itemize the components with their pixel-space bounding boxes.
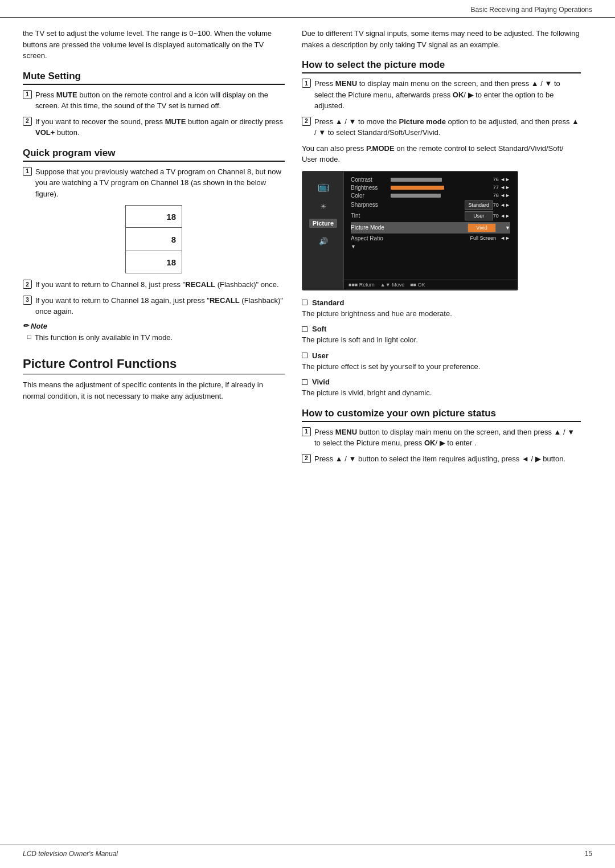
tv-bar-contrast: [391, 178, 493, 182]
left-column: the TV set to adjust the volume level. T…: [23, 28, 285, 469]
customize-step-1: 1 Press MENU button to display main menu…: [302, 427, 581, 449]
select-step1-text: Press MENU to display main menu on the s…: [314, 78, 581, 112]
tv-dropdown-vivid: Vivid: [468, 223, 496, 232]
tv-row-aspect: Aspect Ratio Full Screen ◄►: [351, 235, 510, 241]
channel-figure: 18 8 18: [120, 205, 188, 273]
tv-sidebar-label: Picture: [309, 219, 337, 228]
customize-step-num-2: 2: [302, 454, 311, 463]
tv-bar-fill-color: [391, 194, 441, 198]
tv-sidebar: 📺 ☀ Picture 🔊: [303, 172, 344, 289]
customize-step2-text: Press ▲ / ▼ button to select the item re…: [314, 453, 581, 465]
quick-step-3: 3 If you want to return to Channel 18 ag…: [23, 295, 285, 317]
quick-step-num-3: 3: [23, 296, 32, 305]
quick-step2-text: If you want to return to Channel 8, just…: [35, 279, 285, 290]
tv-icon-2: ☀: [320, 202, 327, 211]
quick-section-heading: Quick program view: [23, 148, 285, 162]
tv-label-color: Color: [351, 193, 391, 199]
mode-soft-label: Soft: [302, 325, 581, 333]
footer-text: LCD television Owner's Manual: [23, 850, 118, 858]
tv-num-pm: ▼: [496, 225, 510, 231]
customize-step-2: 2 Press ▲ / ▼ button to select the item …: [302, 453, 581, 465]
right-intro-text: Due to different TV signal inputs, some …: [302, 28, 581, 50]
note-item: □ This function is only available in TV …: [23, 332, 285, 343]
select-step-num-1: 1: [302, 79, 311, 88]
mode-soft-desc: The picture is soft and in light color.: [302, 334, 581, 346]
mode-box-user: [302, 353, 308, 358]
mode-vivid-label: Vivid: [302, 378, 581, 386]
channel-box-mid: 8: [125, 228, 182, 251]
tv-num-sharpness: 70 ◄►: [493, 202, 510, 208]
tv-footer-move: ▲▼ Move: [380, 282, 404, 288]
customize-step1-text: Press MENU button to display main menu o…: [314, 427, 581, 449]
tv-num-aspect2: ◄►: [496, 235, 510, 241]
mode-standard-desc: The picture brightness and hue are moder…: [302, 308, 581, 320]
select-picture-heading: How to select the picture mode: [302, 59, 581, 73]
tv-label-picture-mode: Picture Mode: [351, 224, 391, 231]
left-intro-text: the TV set to adjust the volume level. T…: [23, 28, 285, 62]
note-text: This function is only available in TV mo…: [35, 332, 173, 343]
quick-step1-text: Suppose that you previously watched a TV…: [35, 166, 285, 200]
tv-bar-fill-brightness: [391, 186, 444, 190]
mode-box-vivid: [302, 379, 308, 385]
mode-user-name: User: [312, 351, 329, 360]
select-step-1: 1 Press MENU to display main menu on the…: [302, 78, 581, 112]
mute-step1-text: Press MUTE button on the remote control …: [35, 89, 285, 112]
header-title: Basic Receiving and Playing Operations: [471, 6, 592, 14]
mode-vivid: Vivid The picture is vivid, bright and d…: [302, 378, 581, 399]
tv-label-sharpness: Sharpness: [351, 202, 391, 208]
step-num-1: 1: [23, 90, 32, 99]
tv-bar-fill-contrast: [391, 178, 442, 182]
mute-step-1: 1 Press MUTE button on the remote contro…: [23, 89, 285, 112]
mode-standard-name: Standard: [312, 298, 344, 307]
tv-num-brightness: 77 ◄►: [493, 185, 510, 190]
tv-row-color: Color 76 ◄►: [351, 193, 510, 199]
tv-icon-3: 🔊: [319, 237, 328, 245]
channel-box-top: 18: [125, 205, 182, 228]
tv-footer-return: ■■■ Return: [348, 282, 375, 288]
checkbox-icon: □: [27, 333, 31, 340]
tv-row-sharpness: Sharpness Standard 70 ◄►: [351, 200, 510, 210]
select-step2-text: Press ▲ / ▼ to move the Picture mode opt…: [314, 116, 581, 138]
tv-dropdown-user: User: [465, 211, 493, 220]
tv-num-tint: 70 ◄►: [493, 213, 510, 219]
customize-section-heading: How to customize your own picture status: [302, 408, 581, 422]
tv-row-tint: Tint User 70 ◄►: [351, 211, 510, 220]
quick-step-2: 2 If you want to return to Channel 8, ju…: [23, 279, 285, 290]
tv-num-contrast: 76 ◄►: [493, 177, 510, 182]
tv-row-brightness: Brightness 77 ◄►: [351, 185, 510, 191]
select-step-num-2: 2: [302, 117, 311, 126]
mode-standard: Standard The picture brightness and hue …: [302, 298, 581, 320]
mode-box-soft: [302, 326, 308, 332]
mode-soft-name: Soft: [312, 325, 326, 333]
main-columns: the TV set to adjust the volume level. T…: [0, 18, 615, 469]
tv-footer-ok: ■■ OK: [410, 282, 425, 288]
quick-step-num-1: 1: [23, 167, 32, 176]
right-column: Due to different TV signal inputs, some …: [302, 28, 581, 469]
mute-step2-text: If you want to recover the sound, press …: [35, 116, 285, 138]
mode-user: User The picture effect is set by yourse…: [302, 351, 581, 372]
pencil-icon: ✏: [23, 322, 28, 330]
tv-num-aspect: Full Screen: [470, 235, 496, 241]
picture-control-heading: Picture Control Functions: [23, 357, 285, 375]
mode-soft: Soft The picture is soft and in light co…: [302, 325, 581, 346]
note-label: ✏ Note: [23, 322, 285, 330]
channel-box-bottom: 18: [125, 251, 182, 273]
tv-num-color: 76 ◄►: [493, 193, 510, 198]
tv-label-tint: Tint: [351, 212, 391, 219]
note-title: Note: [31, 322, 47, 330]
tv-screenshot: 📺 ☀ Picture 🔊 Contrast 76 ◄►: [302, 171, 518, 290]
page-footer: LCD television Owner's Manual 15: [0, 845, 615, 858]
tv-bar-brightness: [391, 186, 493, 190]
tv-bar-color: [391, 194, 493, 198]
tv-main-area: Contrast 76 ◄► Brightness: [344, 172, 517, 289]
tv-arrow-down: ▼: [351, 244, 356, 249]
mode-vivid-name: Vivid: [312, 378, 330, 386]
page-container: Basic Receiving and Playing Operations t…: [0, 0, 615, 868]
select-step-2: 2 Press ▲ / ▼ to move the Picture mode o…: [302, 116, 581, 138]
pmode-note: You can also press P.MODE on the remote …: [302, 143, 581, 165]
quick-step3-text: If you want to return to Channel 18 agai…: [35, 295, 285, 317]
tv-dropdown-standard: Standard: [465, 200, 493, 210]
page-header: Basic Receiving and Playing Operations: [0, 0, 615, 18]
quick-step-1: 1 Suppose that you previously watched a …: [23, 166, 285, 200]
tv-row-picture-mode: Picture Mode Vivid ▼: [351, 222, 510, 234]
